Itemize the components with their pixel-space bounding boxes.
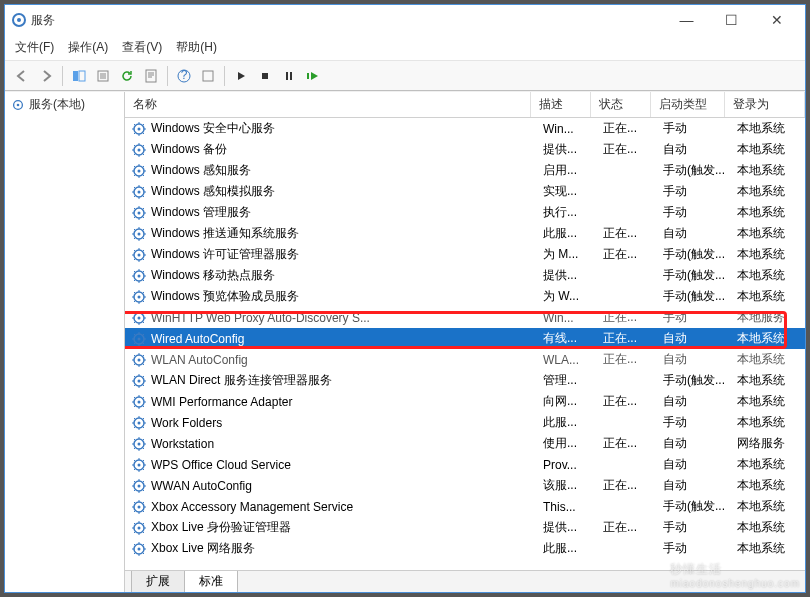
service-row[interactable]: Wired AutoConfig有线...正在...自动本地系统 xyxy=(125,328,805,349)
service-row[interactable]: Windows 安全中心服务Win...正在...手动本地系统 xyxy=(125,118,805,139)
svg-point-48 xyxy=(138,463,141,466)
cell-name: Windows 移动热点服务 xyxy=(151,267,543,284)
tab-standard[interactable]: 标准 xyxy=(184,571,238,592)
column-startup-type[interactable]: 启动类型 xyxy=(651,92,725,117)
svg-point-22 xyxy=(138,190,141,193)
cell-description: 管理... xyxy=(543,372,603,389)
service-gear-icon xyxy=(131,457,147,473)
service-row[interactable]: Windows 推送通知系统服务此服...正在...自动本地系统 xyxy=(125,223,805,244)
service-row[interactable]: Work Folders此服...手动本地系统 xyxy=(125,412,805,433)
sidebar: 服务(本地) xyxy=(5,92,125,592)
cell-startup-type: 自动 xyxy=(663,225,737,242)
cell-startup-type: 自动 xyxy=(663,141,737,158)
service-row[interactable]: WPS Office Cloud ServiceProv...自动本地系统 xyxy=(125,454,805,475)
svg-rect-8 xyxy=(203,71,213,81)
column-logon-as[interactable]: 登录为 xyxy=(725,92,805,117)
service-gear-icon xyxy=(131,478,147,494)
service-gear-icon xyxy=(131,289,147,305)
menu-file[interactable]: 文件(F) xyxy=(15,39,54,56)
service-row[interactable]: Xbox Live 网络服务此服...手动本地系统 xyxy=(125,538,805,559)
svg-point-16 xyxy=(138,127,141,130)
cell-description: 向网... xyxy=(543,393,603,410)
refresh-button[interactable] xyxy=(116,65,138,87)
service-row[interactable]: Xbox Accessory Management ServiceThis...… xyxy=(125,496,805,517)
service-row[interactable]: Windows 备份提供...正在...自动本地系统 xyxy=(125,139,805,160)
svg-rect-3 xyxy=(79,71,85,81)
start-service-button[interactable] xyxy=(230,65,252,87)
help-button[interactable]: ? xyxy=(173,65,195,87)
tree-item-services-local[interactable]: 服务(本地) xyxy=(5,92,124,117)
svg-point-38 xyxy=(138,358,141,361)
cell-logon-as: 本地系统 xyxy=(737,120,805,137)
service-row[interactable]: Windows 感知服务启用...手动(触发...本地系统 xyxy=(125,160,805,181)
service-row[interactable]: Windows 感知模拟服务实现...手动本地系统 xyxy=(125,181,805,202)
menubar: 文件(F) 操作(A) 查看(V) 帮助(H) xyxy=(5,35,805,61)
show-hide-tree-button[interactable] xyxy=(68,65,90,87)
cell-logon-as: 本地系统 xyxy=(737,540,805,557)
cell-startup-type: 手动(触发... xyxy=(663,498,737,515)
column-status[interactable]: 状态 xyxy=(591,92,651,117)
close-button[interactable]: ✕ xyxy=(754,6,799,34)
column-headers: 名称 描述 状态 启动类型 登录为 xyxy=(125,92,805,118)
cell-logon-as: 本地系统 xyxy=(737,246,805,263)
column-name[interactable]: 名称 xyxy=(125,92,531,117)
cell-description: This... xyxy=(543,500,603,514)
back-button[interactable] xyxy=(11,65,33,87)
service-row[interactable]: WWAN AutoConfig该服...正在...自动本地系统 xyxy=(125,475,805,496)
svg-point-34 xyxy=(138,316,141,319)
service-row[interactable]: Workstation使用...正在...自动网络服务 xyxy=(125,433,805,454)
cell-description: 实现... xyxy=(543,183,603,200)
restart-service-button[interactable] xyxy=(302,65,324,87)
properties-button[interactable] xyxy=(140,65,162,87)
forward-button[interactable] xyxy=(35,65,57,87)
service-gear-icon xyxy=(131,352,147,368)
export-list-button[interactable] xyxy=(92,65,114,87)
cell-status: 正在... xyxy=(603,309,663,326)
cell-logon-as: 本地系统 xyxy=(737,498,805,515)
cell-startup-type: 手动(触发... xyxy=(663,162,737,179)
service-row[interactable]: Windows 预览体验成员服务为 W...手动(触发...本地系统 xyxy=(125,286,805,307)
service-row[interactable]: WLAN AutoConfigWLA...正在...自动本地系统 xyxy=(125,349,805,370)
service-gear-icon xyxy=(131,268,147,284)
cell-startup-type: 手动 xyxy=(663,204,737,221)
maximize-button[interactable]: ☐ xyxy=(709,6,754,34)
stop-service-button[interactable] xyxy=(254,65,276,87)
cell-description: Win... xyxy=(543,311,603,325)
cell-startup-type: 自动 xyxy=(663,477,737,494)
menu-action[interactable]: 操作(A) xyxy=(68,39,108,56)
svg-rect-9 xyxy=(262,73,268,79)
cell-startup-type: 自动 xyxy=(663,351,737,368)
service-row[interactable]: Windows 管理服务执行...手动本地系统 xyxy=(125,202,805,223)
minimize-button[interactable]: — xyxy=(664,6,709,34)
service-row[interactable]: WMI Performance Adapter向网...正在...自动本地系统 xyxy=(125,391,805,412)
cell-startup-type: 手动 xyxy=(663,414,737,431)
content-body: 服务(本地) 名称 描述 状态 启动类型 登录为 Windows 安全中心服务W… xyxy=(5,91,805,592)
cell-startup-type: 自动 xyxy=(663,435,737,452)
service-row[interactable]: Windows 许可证管理器服务为 M...正在...手动(触发...本地系统 xyxy=(125,244,805,265)
cell-name: Windows 预览体验成员服务 xyxy=(151,288,543,305)
svg-rect-5 xyxy=(146,70,156,82)
cell-description: 提供... xyxy=(543,141,603,158)
cell-status: 正在... xyxy=(603,519,663,536)
service-gear-icon xyxy=(131,436,147,452)
action-button[interactable] xyxy=(197,65,219,87)
service-row[interactable]: WinHTTP Web Proxy Auto-Discovery S...Win… xyxy=(125,307,805,328)
pause-service-button[interactable] xyxy=(278,65,300,87)
window-title: 服务 xyxy=(31,12,664,29)
service-row[interactable]: Windows 移动热点服务提供...手动(触发...本地系统 xyxy=(125,265,805,286)
service-list[interactable]: Windows 安全中心服务Win...正在...手动本地系统Windows 备… xyxy=(125,118,805,570)
cell-status: 正在... xyxy=(603,141,663,158)
menu-view[interactable]: 查看(V) xyxy=(122,39,162,56)
svg-point-18 xyxy=(138,148,141,151)
tab-extended[interactable]: 扩展 xyxy=(131,571,185,592)
cell-description: Win... xyxy=(543,122,603,136)
service-row[interactable]: Xbox Live 身份验证管理器提供...正在...手动本地系统 xyxy=(125,517,805,538)
cell-description: 为 W... xyxy=(543,288,603,305)
cell-startup-type: 手动(触发... xyxy=(663,288,737,305)
cell-description: 此服... xyxy=(543,225,603,242)
cell-logon-as: 本地系统 xyxy=(737,141,805,158)
service-row[interactable]: WLAN Direct 服务连接管理器服务管理...手动(触发...本地系统 xyxy=(125,370,805,391)
svg-point-46 xyxy=(138,442,141,445)
menu-help[interactable]: 帮助(H) xyxy=(176,39,217,56)
column-description[interactable]: 描述 xyxy=(531,92,591,117)
